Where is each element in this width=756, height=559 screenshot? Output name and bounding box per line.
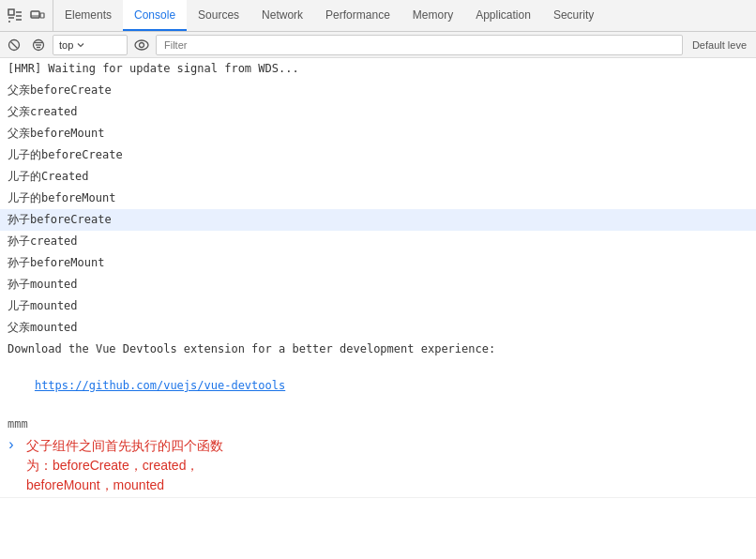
svg-rect-1: [31, 11, 39, 18]
entry-line1: 父子组件之间首先执行的四个函数: [26, 436, 752, 456]
clear-console-button[interactable]: [4, 35, 24, 55]
entry-line3: beforeMount，mounted: [26, 476, 752, 495]
console-line-2: 父亲created: [0, 101, 756, 123]
console-line-1: 父亲beforeCreate: [0, 80, 756, 101]
console-line-10: 孙子mounted: [0, 274, 756, 295]
console-line-4: 儿子的beforeCreate: [0, 144, 756, 166]
tab-performance[interactable]: Performance: [314, 0, 401, 31]
tab-elements[interactable]: Elements: [53, 0, 123, 31]
entry-red-text: 父子组件之间首先执行的四个函数 为：beforeCreate，created， …: [26, 436, 752, 495]
entry-arrow-gutter: ›: [0, 434, 23, 497]
svg-line-5: [11, 41, 18, 48]
console-devtools-link[interactable]: https://github.com/vuejs/vue-devtools: [0, 360, 756, 414]
entry-line2: 为：beforeCreate，created，: [26, 456, 752, 476]
console-toolbar: top Default leve: [0, 32, 756, 58]
console-line-11: 儿子mounted: [0, 295, 756, 317]
mmm-section: mmm: [0, 414, 756, 434]
devtools-toolbar: Elements Console Sources Network Perform…: [0, 0, 756, 32]
filter-toggle-button[interactable]: [28, 35, 49, 55]
devtools-link[interactable]: https://github.com/vuejs/vue-devtools: [35, 379, 285, 392]
console-line-7: 孙子beforeCreate: [0, 209, 756, 231]
tab-application[interactable]: Application: [464, 0, 542, 31]
device-toggle-button[interactable]: [28, 7, 47, 25]
tab-sources[interactable]: Sources: [187, 0, 250, 31]
tab-security[interactable]: Security: [542, 0, 605, 31]
tabs-bar: Elements Console Sources Network Perform…: [53, 0, 756, 31]
svg-rect-0: [8, 9, 14, 15]
eye-button[interactable]: [131, 35, 152, 55]
tab-network[interactable]: Network: [250, 0, 314, 31]
entry-content: 父子组件之间首先执行的四个函数 为：beforeCreate，created， …: [23, 434, 756, 497]
console-line-hmr: [HMR] Waiting for update signal from WDS…: [0, 58, 756, 80]
context-select[interactable]: top: [53, 35, 128, 55]
console-line-12: 父亲mounted: [0, 317, 756, 339]
console-line-5: 儿子的Created: [0, 166, 756, 188]
default-level-label: Default leve: [687, 39, 752, 51]
tab-memory[interactable]: Memory: [401, 0, 464, 31]
devtools-icons: [0, 0, 53, 31]
svg-point-11: [140, 42, 144, 47]
svg-rect-2: [40, 13, 44, 18]
console-line-8: 孙子created: [0, 231, 756, 252]
console-line-6: 儿子的beforeMount: [0, 188, 756, 209]
console-line-3: 父亲beforeMount: [0, 123, 756, 144]
console-line-9: 孙子beforeMount: [0, 252, 756, 274]
console-download-text: Download the Vue Devtools extension for …: [0, 339, 756, 360]
svg-point-10: [135, 40, 148, 50]
inspect-element-button[interactable]: [6, 7, 24, 25]
console-output: [HMR] Waiting for update signal from WDS…: [0, 58, 756, 559]
entry-arrow: ›: [8, 436, 13, 453]
console-entry: › 父子组件之间首先执行的四个函数 为：beforeCreate，created…: [0, 434, 756, 498]
tab-console[interactable]: Console: [123, 0, 187, 31]
filter-input[interactable]: [156, 35, 683, 55]
